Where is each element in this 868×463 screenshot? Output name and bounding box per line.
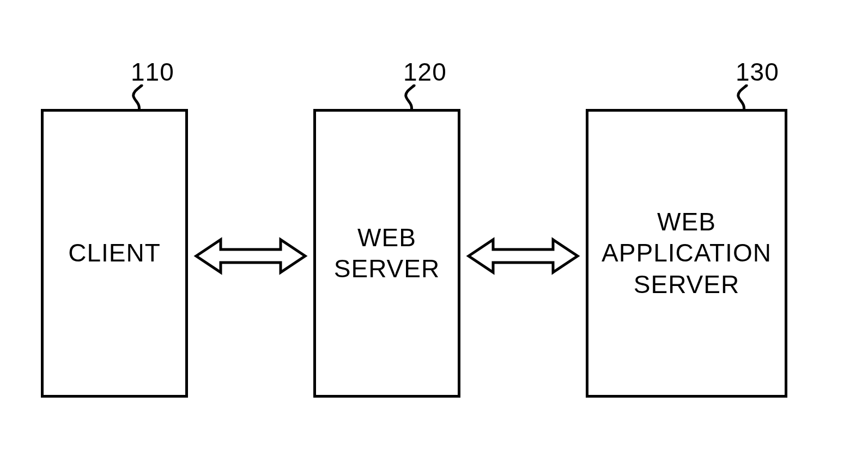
- leader-appserver: [727, 84, 760, 112]
- box-appserver-label: WEB APPLICATION SERVER: [602, 206, 772, 301]
- refnum-webserver: 120: [403, 57, 447, 87]
- box-client-label: CLIENT: [68, 237, 161, 269]
- box-appserver: WEB APPLICATION SERVER: [586, 109, 787, 398]
- diagram-canvas: 110 120 130 CLIENT WEB SERVER WEB APPLIC…: [0, 0, 868, 463]
- box-webserver-label: WEB SERVER: [334, 222, 440, 285]
- box-client: CLIENT: [41, 109, 188, 398]
- svg-marker-0: [196, 240, 305, 272]
- leader-client: [123, 84, 155, 112]
- refnum-client: 110: [131, 57, 174, 87]
- svg-marker-1: [469, 240, 578, 272]
- box-webserver: WEB SERVER: [313, 109, 460, 398]
- arrow-webserver-appserver: [460, 234, 586, 278]
- arrow-client-webserver: [188, 234, 313, 278]
- refnum-appserver: 130: [736, 57, 779, 87]
- leader-webserver: [395, 84, 428, 112]
